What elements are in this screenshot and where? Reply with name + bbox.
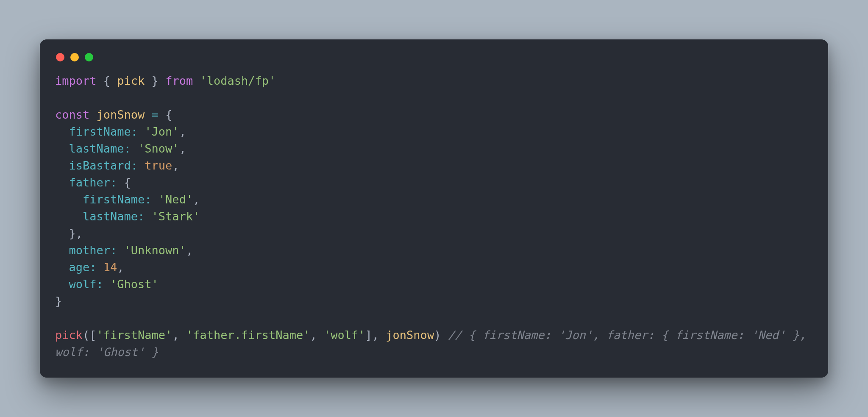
zoom-icon[interactable] [85, 53, 93, 61]
prop-mother: mother [69, 244, 111, 257]
prop-isbastard: isBastard [69, 159, 131, 172]
colon: : [110, 176, 124, 189]
comma: , [372, 328, 386, 342]
space [145, 108, 151, 121]
comma: , [193, 193, 200, 206]
ident-pick: pick [117, 74, 145, 87]
brace: { [124, 176, 131, 189]
comma: , [117, 261, 124, 274]
punct: } [145, 74, 165, 87]
string: 'Ghost' [110, 278, 159, 291]
ident-jonsnow: jonSnow [386, 328, 434, 342]
code-block: import { pick } from 'lodash/fp' const j… [55, 72, 813, 360]
indent [55, 261, 69, 274]
paren: ) [434, 328, 441, 342]
prop-wolf: wolf [69, 278, 97, 291]
punct: { [97, 74, 117, 87]
brace: { [165, 108, 172, 121]
indent [55, 125, 69, 138]
colon: : [110, 244, 124, 257]
indent [55, 210, 83, 223]
call-pick: pick [55, 328, 83, 342]
indent [55, 159, 69, 172]
indent [55, 142, 69, 155]
code-window: import { pick } from 'lodash/fp' const j… [40, 39, 828, 377]
keyword-from: from [165, 74, 193, 87]
stage: import { pick } from 'lodash/fp' const j… [0, 0, 868, 417]
string: 'Stark' [152, 210, 200, 223]
indent [55, 227, 69, 240]
number: 14 [103, 261, 117, 274]
comma: , [172, 328, 186, 342]
close-icon[interactable] [56, 53, 64, 61]
space [193, 74, 200, 87]
bracket: ] [365, 328, 372, 342]
comma: , [179, 142, 186, 155]
minimize-icon[interactable] [70, 53, 79, 61]
indent [55, 244, 69, 257]
window-titlebar [55, 51, 813, 72]
string: 'wolf' [324, 328, 365, 342]
string: 'Unknown' [124, 244, 186, 257]
string: 'father.firstName' [186, 328, 310, 342]
space [89, 108, 96, 121]
prop-lastname: lastName [69, 142, 124, 155]
space [441, 328, 448, 342]
keyword-import: import [55, 74, 97, 87]
comma: , [186, 244, 193, 257]
colon: : [138, 210, 152, 223]
prop-firstname: firstName [69, 125, 131, 138]
string: 'firstName' [97, 328, 172, 342]
colon: : [131, 159, 145, 172]
keyword-const: const [55, 108, 89, 121]
comma: , [310, 328, 324, 342]
indent [55, 193, 83, 206]
prop-lastname: lastName [83, 210, 138, 223]
indent [55, 278, 69, 291]
comma: , [179, 125, 186, 138]
brace: } [69, 227, 76, 240]
prop-age: age [69, 261, 90, 274]
paren: ( [83, 328, 89, 342]
colon: : [97, 278, 111, 291]
string: 'Snow' [138, 142, 179, 155]
colon: : [131, 125, 145, 138]
ident-jonsnow: jonSnow [97, 108, 145, 121]
brace: } [55, 295, 62, 308]
string: 'Ned' [159, 193, 193, 206]
string-module: 'lodash/fp' [200, 74, 275, 87]
string: 'Jon' [145, 125, 179, 138]
op-eq: = [152, 108, 159, 121]
bool-true: true [145, 159, 172, 172]
colon: : [124, 142, 138, 155]
comma: , [172, 159, 179, 172]
bracket: [ [89, 328, 96, 342]
space [159, 108, 165, 121]
indent [55, 176, 69, 189]
comma: , [76, 227, 83, 240]
colon: : [145, 193, 159, 206]
colon: : [89, 261, 103, 274]
prop-father: father [69, 176, 111, 189]
prop-firstname: firstName [83, 193, 145, 206]
